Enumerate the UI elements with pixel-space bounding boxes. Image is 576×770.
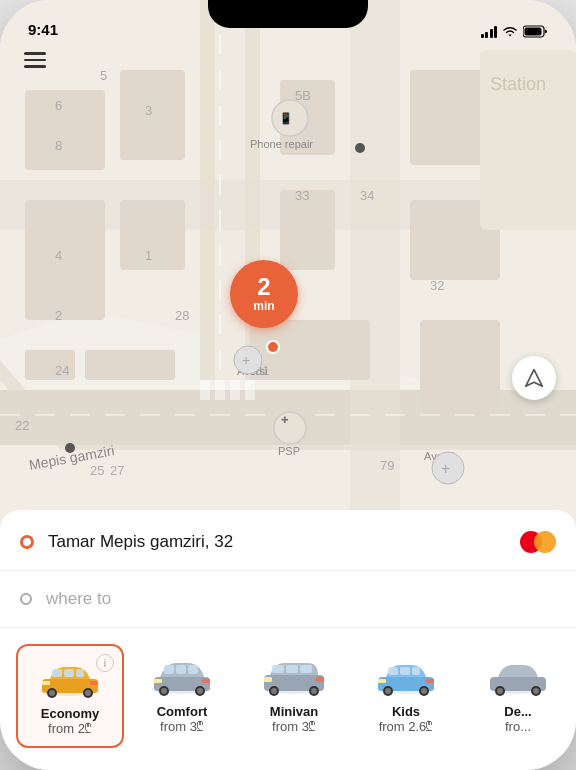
svg-rect-76 [164, 665, 174, 674]
menu-button[interactable] [24, 52, 46, 68]
svg-rect-65 [52, 669, 62, 677]
svg-text:+: + [441, 460, 450, 477]
svg-rect-67 [76, 669, 84, 677]
svg-rect-77 [176, 665, 186, 674]
car-location-dot [266, 340, 280, 354]
economy-name: Economy [26, 706, 114, 721]
status-time: 9:41 [28, 21, 58, 38]
svg-rect-66 [64, 669, 74, 677]
svg-rect-83 [154, 679, 162, 683]
ride-card-delivery[interactable]: De... fro... [464, 644, 572, 748]
svg-text:27: 27 [110, 463, 124, 478]
svg-rect-13 [85, 350, 175, 380]
notch [208, 0, 368, 28]
svg-rect-15 [120, 200, 185, 270]
svg-rect-28 [230, 380, 240, 400]
svg-text:📱: 📱 [279, 111, 293, 125]
svg-rect-27 [215, 380, 225, 400]
address-row[interactable]: Tamar Mepis gamziri, 32 [0, 510, 576, 571]
svg-rect-84 [202, 679, 210, 683]
svg-rect-73 [90, 681, 98, 685]
svg-text:Phone repair: Phone repair [250, 138, 313, 150]
bottom-sheet: Tamar Mepis gamziri, 32 where to i [0, 510, 576, 770]
svg-rect-99 [400, 667, 410, 675]
minivan-price: from 3 [248, 719, 340, 734]
svg-rect-26 [200, 380, 210, 400]
navigate-button[interactable] [512, 356, 556, 400]
svg-point-82 [197, 688, 203, 694]
svg-text:1: 1 [145, 248, 152, 263]
svg-text:32: 32 [430, 278, 444, 293]
delivery-price: fro... [472, 719, 564, 734]
svg-text:33: 33 [295, 188, 309, 203]
signal-icon [481, 26, 498, 38]
svg-text:✚: ✚ [281, 415, 289, 425]
svg-text:79: 79 [380, 458, 394, 473]
svg-rect-78 [188, 665, 198, 674]
destination-dot [20, 593, 32, 605]
svg-rect-1 [525, 28, 542, 36]
svg-text:5B: 5B [295, 88, 311, 103]
svg-rect-29 [245, 380, 255, 400]
eta-number: 2 [257, 275, 270, 299]
svg-point-93 [311, 688, 317, 694]
svg-text:28: 28 [175, 308, 189, 323]
svg-point-62 [355, 143, 365, 153]
map-area: Station 5 8 3 6 4 1 2 28 24 22 33 34 [0, 0, 576, 530]
svg-rect-87 [272, 665, 284, 673]
svg-point-91 [271, 688, 277, 694]
svg-point-71 [85, 690, 91, 696]
ride-card-minivan[interactable]: Minivan from 3 [240, 644, 348, 748]
mc-right [534, 531, 556, 553]
svg-text:22: 22 [15, 418, 29, 433]
eta-unit: min [253, 299, 274, 313]
svg-rect-98 [388, 667, 398, 675]
minivan-car-image [248, 654, 340, 700]
kids-price: from 2.6 [360, 719, 452, 734]
destination-placeholder: where to [46, 589, 111, 609]
svg-rect-100 [412, 667, 420, 675]
svg-text:6: 6 [55, 98, 62, 113]
kids-name: Kids [360, 704, 452, 719]
wifi-icon [502, 26, 518, 38]
svg-rect-20 [420, 320, 500, 420]
payment-icon[interactable] [520, 530, 556, 554]
svg-point-112 [533, 688, 539, 694]
svg-point-69 [49, 690, 55, 696]
svg-rect-94 [264, 677, 272, 682]
info-badge-economy[interactable]: i [96, 654, 114, 672]
svg-point-54 [274, 412, 306, 444]
phone-frame: 9:41 [0, 0, 576, 770]
svg-rect-95 [316, 677, 324, 682]
svg-rect-10 [25, 90, 105, 170]
svg-text:3: 3 [145, 103, 152, 118]
battery-icon [523, 25, 548, 38]
svg-rect-89 [300, 665, 312, 673]
svg-rect-72 [42, 681, 50, 685]
comfort-price: from 3 [136, 719, 228, 734]
svg-text:2: 2 [55, 308, 62, 323]
delivery-name: De... [472, 704, 564, 719]
svg-rect-11 [25, 200, 105, 320]
address-text: Tamar Mepis gamziri, 32 [48, 532, 520, 552]
svg-point-61 [65, 443, 75, 453]
svg-rect-88 [286, 665, 298, 673]
svg-text:5: 5 [100, 68, 107, 83]
origin-dot [20, 535, 34, 549]
ride-card-kids[interactable]: Kids from 2.6 [352, 644, 460, 748]
svg-rect-14 [120, 70, 185, 160]
svg-text:4: 4 [55, 248, 62, 263]
svg-text:8: 8 [55, 138, 62, 153]
navigate-icon [524, 368, 544, 388]
svg-point-110 [497, 688, 503, 694]
svg-point-80 [161, 688, 167, 694]
comfort-car-image [136, 654, 228, 700]
ride-options-list: i [0, 628, 576, 768]
svg-text:34: 34 [360, 188, 374, 203]
destination-row[interactable]: where to [0, 571, 576, 628]
svg-rect-106 [426, 679, 434, 683]
ride-card-economy[interactable]: i [16, 644, 124, 748]
svg-text:Station: Station [490, 74, 546, 94]
ride-card-comfort[interactable]: Comfort from 3 [128, 644, 236, 748]
economy-price: from 2 [26, 721, 114, 736]
